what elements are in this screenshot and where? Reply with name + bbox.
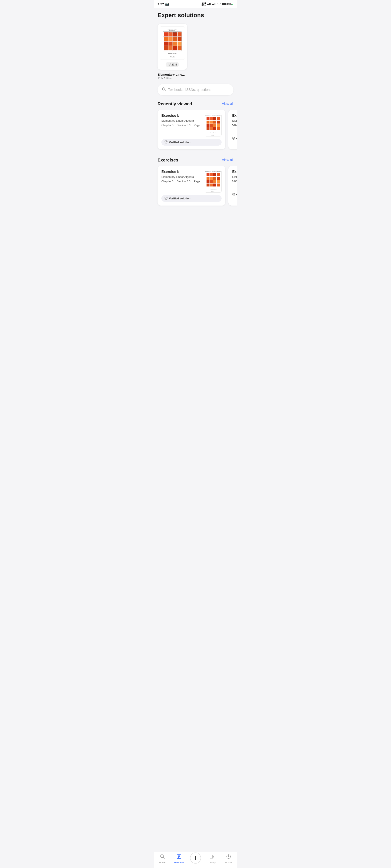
svg-rect-6 bbox=[214, 3, 215, 5]
exercises-header: Exercises View all bbox=[157, 157, 234, 162]
svg-text:WILEY: WILEY bbox=[211, 191, 215, 192]
svg-text:LINEAR: LINEAR bbox=[170, 30, 176, 32]
partial-shield-icon bbox=[232, 137, 235, 141]
svg-rect-2 bbox=[209, 3, 210, 5]
home-icon bbox=[160, 854, 165, 860]
exercise-card-1[interactable]: Exercise b Elementary Linear Algebra Cha… bbox=[157, 166, 225, 206]
search-icon bbox=[162, 87, 166, 92]
nav-profile-label: Profile bbox=[225, 861, 232, 864]
nav-home[interactable]: Home bbox=[156, 854, 169, 864]
exercise-book: Elementary Linear Algebra bbox=[161, 119, 203, 122]
exercise-thumbnail-2: ELEMENTARY LINEAR ALGEBRA Howard Anton W… bbox=[205, 170, 221, 193]
solutions-icon bbox=[176, 854, 181, 860]
time-display: 9:57 bbox=[157, 2, 164, 6]
featured-book-card[interactable]: ELEMENTARY LINEAR ALGEBRA Howard Anton W… bbox=[157, 24, 234, 80]
bottom-nav: Home Solutions bbox=[154, 852, 237, 868]
nav-solutions[interactable]: Solutions bbox=[173, 854, 185, 864]
svg-rect-75 bbox=[217, 180, 220, 183]
svg-rect-72 bbox=[207, 180, 210, 183]
book-cover-image: ELEMENTARY LINEAR ALGEBRA Howard Anton W… bbox=[160, 26, 185, 60]
exercise-title-2: Exercise b bbox=[161, 170, 203, 174]
nav-library[interactable]: Library bbox=[206, 854, 218, 864]
svg-rect-67 bbox=[217, 173, 220, 176]
badge-shield-icon bbox=[168, 63, 171, 66]
svg-text:Howard Anton: Howard Anton bbox=[168, 53, 177, 54]
svg-rect-74 bbox=[213, 180, 216, 183]
svg-rect-68 bbox=[207, 177, 210, 180]
partial-title-2: Exerc bbox=[232, 170, 237, 174]
add-button[interactable] bbox=[190, 852, 201, 864]
book-edition-label: 11th Edition bbox=[157, 77, 234, 80]
verified-solution-badge-recent-1: Verified solution bbox=[161, 139, 221, 146]
svg-text:Howard Anton: Howard Anton bbox=[210, 132, 217, 133]
svg-rect-48 bbox=[207, 121, 210, 124]
page-title: Expert solutions bbox=[157, 12, 234, 19]
partial-verified-2: V bbox=[232, 193, 237, 197]
svg-text:WILEY: WILEY bbox=[211, 134, 215, 136]
svg-rect-65 bbox=[210, 173, 213, 176]
exercise-card-recent-2[interactable]: Exerc Elemen Chapte V bbox=[229, 110, 237, 149]
partial-shield-icon-2 bbox=[232, 193, 235, 197]
network-speed: 0.61KB/s bbox=[202, 2, 206, 6]
svg-rect-70 bbox=[213, 177, 216, 180]
svg-rect-24 bbox=[178, 41, 182, 46]
svg-rect-51 bbox=[217, 121, 220, 124]
partial-verified: V bbox=[232, 137, 237, 141]
partial-book-2: Elemen bbox=[232, 175, 237, 179]
verified-shield-icon bbox=[164, 140, 168, 144]
svg-rect-18 bbox=[168, 37, 173, 41]
svg-rect-52 bbox=[207, 124, 210, 127]
svg-text:ELEMENTARY LINEAR ALGEBRA: ELEMENTARY LINEAR ALGEBRA bbox=[205, 170, 221, 172]
exercises-section: Exercises View all Exercise b Elementary… bbox=[157, 157, 234, 207]
exercise-book-2: Elementary Linear Algebra bbox=[161, 175, 203, 179]
exercises-cards: Exercise b Elementary Linear Algebra Cha… bbox=[154, 166, 237, 207]
profile-icon bbox=[226, 854, 231, 860]
exercise-thumbnail: ELEMENTARY LINEAR ALGEBRA Howard Anton W… bbox=[205, 114, 221, 136]
partial-book: Elemen bbox=[232, 119, 237, 122]
svg-rect-27 bbox=[173, 46, 177, 51]
svg-rect-23 bbox=[173, 41, 177, 46]
svg-rect-17 bbox=[164, 37, 168, 41]
svg-line-84 bbox=[163, 858, 164, 859]
exercise-card-2-partial[interactable]: Exerc Elemen Chapte V bbox=[229, 166, 237, 206]
svg-rect-26 bbox=[168, 46, 173, 51]
svg-line-42 bbox=[164, 90, 166, 91]
svg-rect-22 bbox=[168, 41, 173, 46]
svg-rect-10 bbox=[226, 4, 227, 5]
nav-library-label: Library bbox=[208, 861, 216, 864]
svg-rect-0 bbox=[207, 4, 208, 5]
nav-add[interactable] bbox=[189, 854, 202, 864]
svg-rect-64 bbox=[207, 173, 210, 176]
svg-point-94 bbox=[229, 856, 229, 857]
svg-point-95 bbox=[229, 855, 229, 855]
svg-rect-78 bbox=[213, 184, 216, 186]
svg-text:Howard Anton: Howard Anton bbox=[210, 188, 217, 190]
partial-title: Exerc bbox=[232, 114, 237, 118]
partial-meta: Chapte bbox=[232, 123, 237, 126]
recently-viewed-view-all[interactable]: View all bbox=[222, 102, 234, 106]
signal-icon-2 bbox=[212, 2, 216, 6]
status-time: 9:57 📷 bbox=[157, 2, 169, 6]
green-dot: ● bbox=[232, 3, 234, 5]
exercises-title: Exercises bbox=[157, 157, 178, 162]
exercises-view-all[interactable]: View all bbox=[222, 158, 234, 162]
library-icon bbox=[210, 854, 215, 860]
svg-rect-11 bbox=[222, 3, 225, 5]
svg-rect-45 bbox=[210, 117, 213, 120]
svg-rect-58 bbox=[213, 127, 216, 130]
svg-rect-19 bbox=[173, 37, 177, 41]
recently-viewed-header: Recently viewed View all bbox=[157, 101, 234, 106]
svg-rect-28 bbox=[178, 46, 182, 51]
svg-rect-56 bbox=[207, 127, 210, 130]
book-solution-count: 2932 bbox=[166, 62, 179, 67]
status-indicators: 0.61KB/s bbox=[202, 2, 234, 6]
svg-rect-1 bbox=[208, 4, 209, 5]
main-content: Expert solutions bbox=[154, 8, 237, 235]
svg-rect-69 bbox=[210, 177, 213, 180]
svg-rect-7 bbox=[215, 3, 215, 5]
search-bar[interactable]: Textbooks, ISBNs, questions bbox=[157, 84, 234, 95]
svg-rect-55 bbox=[217, 124, 220, 127]
exercise-card-recent-1[interactable]: Exercise b Elementary Linear Algebra Cha… bbox=[157, 110, 225, 149]
nav-profile[interactable]: Profile bbox=[222, 854, 235, 864]
recently-viewed-title: Recently viewed bbox=[157, 101, 192, 106]
